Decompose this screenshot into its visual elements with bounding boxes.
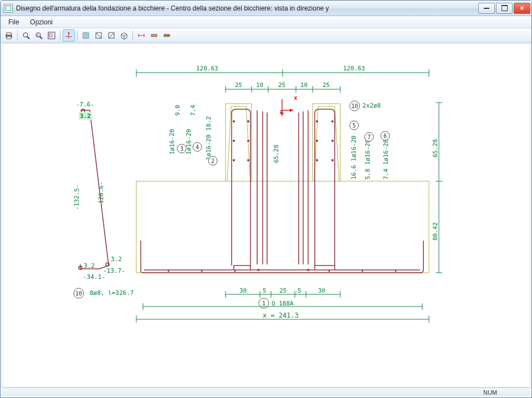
svg-rect-22: [151, 34, 157, 37]
lab-b7: 7: [367, 134, 371, 140]
xline-label: x = 241.3: [263, 312, 299, 319]
lab-b6: 6: [383, 133, 387, 139]
svg-point-42: [233, 120, 235, 123]
window-title: Disegno dell'armatura della fondazione a…: [16, 4, 478, 12]
dim-rb-4: 30: [318, 287, 325, 294]
status-num: NUM: [483, 389, 497, 396]
dim-v-r3: 7.4 1ø16-20: [382, 139, 390, 180]
shape-32a: 3.2: [80, 113, 91, 120]
view-top-icon[interactable]: [105, 29, 117, 42]
zoom-ext-icon[interactable]: x: [33, 29, 45, 42]
lab-b1-text: Q 188A: [272, 300, 294, 307]
zoom-win-icon[interactable]: [45, 29, 58, 42]
menubar: File Opzioni: [1, 16, 531, 28]
svg-point-44: [233, 140, 235, 142]
dim-v-left4: 1ø16-20: [185, 129, 192, 155]
svg-point-52: [316, 159, 318, 161]
shape-len: -132.5-: [73, 185, 80, 210]
dim-r2-1: 10: [256, 81, 263, 89]
lab-b5: 5: [352, 123, 356, 129]
svg-rect-14: [83, 33, 89, 38]
statusbar: NUM: [2, 387, 530, 396]
svg-rect-9: [49, 34, 52, 37]
lab-b1: 1: [262, 300, 265, 307]
svg-rect-2: [7, 37, 11, 39]
dim-v-mid: 65.28: [273, 145, 280, 163]
dim-rb-3: 5: [298, 287, 301, 294]
svg-point-59: [329, 271, 330, 272]
drawing-canvas[interactable]: 120.63 120.63 25 10 25 10 25 x z: [2, 43, 530, 387]
svg-point-50: [316, 140, 318, 142]
svg-point-3: [23, 33, 28, 37]
shape-brneg: -13.7-: [103, 267, 125, 274]
dim-v-r2: 5.8 1ø16-20: [364, 139, 371, 180]
shape-len2: -126.6-: [98, 182, 105, 207]
dim-v-left5: 1ø16-20 18.2: [205, 116, 212, 160]
svg-point-46: [233, 159, 235, 161]
svg-line-4: [27, 37, 29, 39]
lab-b10: 10: [351, 103, 358, 109]
mesh2-icon[interactable]: [161, 29, 173, 42]
dim-top-left: 120.63: [196, 65, 218, 72]
dim-top-right: 120.63: [343, 65, 365, 72]
dim-icon[interactable]: [135, 29, 147, 42]
svg-point-56: [168, 271, 170, 272]
lab-b10b: 10: [75, 290, 82, 297]
lab-b4: 4: [196, 144, 199, 150]
dim-r2-4: 25: [323, 81, 330, 89]
menu-opzioni[interactable]: Opzioni: [24, 17, 58, 27]
dim-r2-2: 25: [278, 81, 285, 89]
mesh1-icon[interactable]: [148, 29, 160, 42]
minimize-button[interactable]: [478, 3, 495, 14]
dim-v-left3: 1ø16-20: [168, 129, 176, 155]
view-iso-icon[interactable]: [118, 29, 130, 42]
lab-b10b-text: 8ø8, l=326.7: [90, 289, 134, 297]
svg-point-55: [307, 269, 309, 271]
lab-b3: 3: [180, 146, 183, 152]
dim-rb-0: 30: [239, 287, 247, 294]
menu-file[interactable]: File: [3, 17, 24, 27]
dim-v-r1: 16.6 1ø16-20: [350, 136, 357, 180]
dim-vr-bot: 80.42: [432, 222, 439, 241]
lab-b10-text: 2x2ø8: [362, 102, 381, 109]
close-button[interactable]: [514, 3, 530, 14]
svg-rect-1: [7, 33, 11, 35]
dim-rb-2: 25: [279, 287, 287, 294]
dim-v-left1: 9.0: [174, 105, 181, 116]
svg-rect-40: [136, 181, 429, 273]
svg-point-58: [234, 271, 236, 272]
svg-text:x: x: [37, 33, 39, 38]
shape-top: -7.6-: [76, 101, 94, 108]
svg-point-48: [316, 120, 318, 123]
svg-point-57: [201, 271, 203, 272]
svg-point-53: [331, 159, 334, 161]
axis-z: z: [279, 108, 283, 115]
svg-point-54: [257, 269, 259, 271]
toolbar: x: [1, 28, 531, 43]
dim-r2-0: 25: [235, 81, 242, 89]
svg-point-60: [362, 271, 364, 272]
svg-point-49: [331, 120, 334, 123]
dim-rb-1: 5: [263, 287, 267, 294]
zoom-icon[interactable]: [20, 29, 32, 42]
axes-icon[interactable]: [63, 29, 75, 42]
titlebar: Disegno dell'armatura della fondazione a…: [1, 1, 531, 16]
svg-point-45: [247, 140, 249, 142]
shape-br: 3.2: [111, 256, 122, 263]
svg-line-6: [40, 37, 42, 39]
shape-bl: 3.2: [84, 262, 95, 269]
app-icon: [4, 4, 13, 13]
svg-point-51: [331, 140, 334, 142]
maximize-button[interactable]: [496, 3, 513, 14]
svg-point-61: [395, 271, 397, 272]
lab-b2: 2: [211, 158, 214, 164]
shape-bot: -34.1-: [83, 273, 105, 280]
dim-v-left2: 7.4: [190, 105, 197, 116]
svg-line-16: [96, 33, 101, 38]
drawing-svg: 120.63 120.63 25 10 25 10 25 x z: [2, 44, 530, 387]
dim-r2-3: 10: [300, 81, 308, 89]
svg-point-47: [247, 159, 249, 161]
view-front-icon[interactable]: [80, 29, 92, 42]
view-side-icon[interactable]: [93, 29, 105, 42]
print-icon[interactable]: [3, 29, 15, 42]
